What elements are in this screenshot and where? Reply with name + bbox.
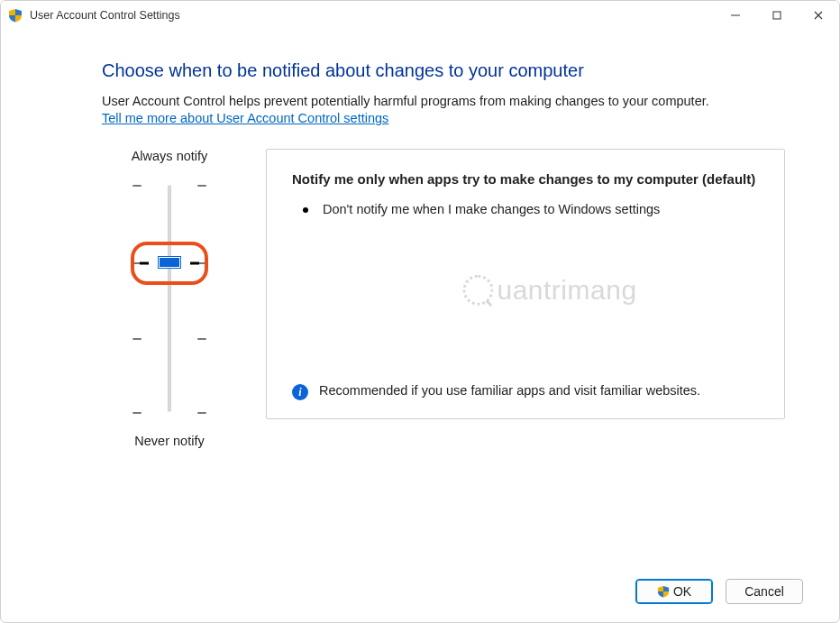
- dialog-buttons: OK Cancel: [635, 579, 803, 604]
- slider-tick: [102, 412, 237, 414]
- slider-track: [168, 185, 171, 412]
- content-area: Choose when to be notified about changes…: [1, 44, 839, 568]
- info-icon: [292, 384, 308, 400]
- slider-label-bottom: Never notify: [102, 434, 237, 448]
- svg-rect-1: [773, 12, 781, 19]
- uac-shield-icon: [657, 585, 670, 598]
- notification-slider: Always notify Never notify: [102, 149, 237, 448]
- cancel-button[interactable]: Cancel: [726, 579, 803, 604]
- cancel-button-label: Cancel: [744, 584, 784, 599]
- level-description-panel: Notify me only when apps try to make cha…: [266, 149, 785, 419]
- level-bullet: Don't notify me when I make changes to W…: [292, 201, 759, 219]
- minimize-button[interactable]: [715, 1, 756, 30]
- watermark: uantrimang: [462, 275, 636, 306]
- uac-shield-icon: [8, 8, 23, 23]
- help-link[interactable]: Tell me more about User Account Control …: [102, 111, 388, 125]
- ok-button[interactable]: OK: [635, 579, 713, 604]
- recommendation-text: Recommended if you use familiar apps and…: [319, 382, 700, 400]
- svg-rect-0: [731, 15, 740, 16]
- title-bar: User Account Control Settings: [1, 1, 839, 30]
- ok-button-label: OK: [673, 584, 691, 599]
- window-controls: [715, 1, 839, 30]
- slider-tick: [102, 185, 237, 187]
- page-heading: Choose when to be notified about changes…: [102, 60, 785, 81]
- watermark-text: uantrimang: [497, 275, 636, 306]
- slider-tick: [102, 338, 237, 340]
- slider-thumb[interactable]: [159, 257, 180, 268]
- window-title: User Account Control Settings: [30, 9, 180, 22]
- slider-track-area[interactable]: [102, 172, 237, 425]
- slider-label-top: Always notify: [102, 149, 237, 163]
- page-description: User Account Control helps prevent poten…: [102, 94, 785, 108]
- close-button[interactable]: [798, 1, 839, 30]
- watermark-logo-icon: [462, 275, 493, 306]
- level-title: Notify me only when apps try to make cha…: [292, 171, 759, 187]
- maximize-button[interactable]: [756, 1, 798, 30]
